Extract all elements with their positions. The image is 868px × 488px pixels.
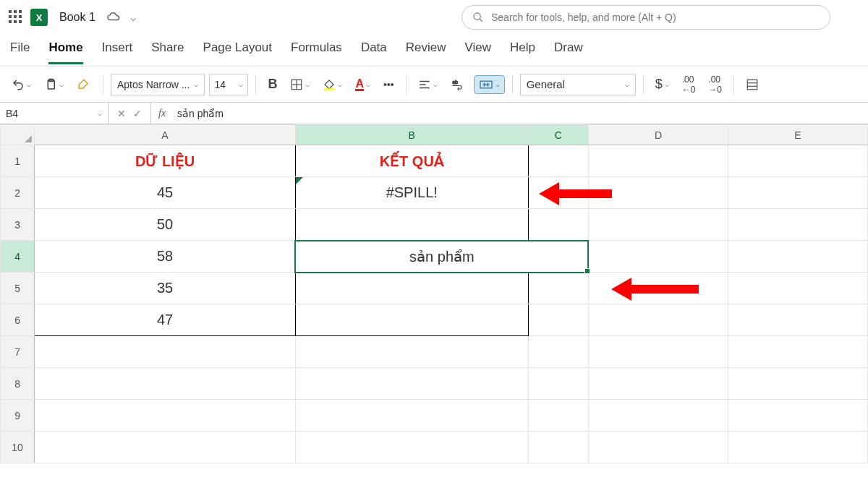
cell-a6[interactable]: 47 bbox=[35, 304, 296, 336]
cell-a1[interactable]: DỮ LIỆU bbox=[35, 145, 296, 177]
undo-button[interactable]: ⌵ bbox=[7, 75, 35, 94]
cell-b9[interactable] bbox=[295, 400, 528, 432]
more-font-icon[interactable]: ••• bbox=[379, 76, 399, 93]
row-header-4[interactable]: 4 bbox=[1, 241, 35, 273]
tab-view[interactable]: View bbox=[465, 40, 492, 62]
select-all-corner[interactable] bbox=[1, 125, 35, 145]
cell-b6[interactable] bbox=[295, 304, 528, 336]
row-header-1[interactable]: 1 bbox=[1, 145, 35, 177]
font-color-button[interactable]: A⌵ bbox=[351, 74, 375, 94]
cell-d10[interactable] bbox=[588, 432, 728, 463]
cell-a7[interactable] bbox=[35, 336, 296, 368]
cell-e6[interactable] bbox=[728, 304, 867, 336]
format-painter-button[interactable] bbox=[72, 75, 95, 94]
cloud-sync-icon[interactable] bbox=[107, 10, 120, 25]
col-header-a[interactable]: A bbox=[35, 125, 296, 145]
row-header-2[interactable]: 2 bbox=[1, 177, 35, 209]
paste-button[interactable]: ⌵ bbox=[40, 75, 68, 94]
cell-c9[interactable] bbox=[528, 400, 588, 432]
fx-icon[interactable]: fx bbox=[151, 108, 173, 119]
cell-d3[interactable] bbox=[588, 209, 728, 241]
document-title[interactable]: Book 1 bbox=[59, 11, 95, 24]
cell-e5[interactable] bbox=[728, 273, 867, 304]
tab-share[interactable]: Share bbox=[151, 40, 184, 62]
col-header-e[interactable]: E bbox=[728, 125, 867, 145]
decrease-decimal-button[interactable]: .00→0 bbox=[704, 72, 726, 98]
cancel-formula-icon[interactable]: ✕ bbox=[117, 108, 126, 119]
cell-d9[interactable] bbox=[588, 400, 728, 432]
cell-d5[interactable] bbox=[588, 273, 728, 304]
col-header-d[interactable]: D bbox=[588, 125, 728, 145]
cell-b4[interactable]: sản phẩm bbox=[295, 241, 588, 273]
spreadsheet-grid[interactable]: A B C D E 1 DỮ LIỆU KẾT QUẢ 2 45 #SPILL!… bbox=[0, 124, 868, 463]
cell-e1[interactable] bbox=[728, 145, 867, 177]
row-header-6[interactable]: 6 bbox=[1, 304, 35, 336]
tab-home[interactable]: Home bbox=[48, 40, 82, 64]
tab-formulas[interactable]: Formulas bbox=[291, 40, 342, 62]
tab-review[interactable]: Review bbox=[406, 40, 446, 62]
row-header-9[interactable]: 9 bbox=[1, 400, 35, 432]
cell-d6[interactable] bbox=[588, 304, 728, 336]
number-format-select[interactable]: General⌵ bbox=[520, 74, 636, 95]
tab-page-layout[interactable]: Page Layout bbox=[203, 40, 272, 62]
row-header-8[interactable]: 8 bbox=[1, 368, 35, 400]
name-box[interactable]: B4⌵ bbox=[0, 103, 109, 124]
enter-formula-icon[interactable]: ✓ bbox=[133, 108, 142, 119]
cell-c3[interactable] bbox=[528, 209, 588, 241]
col-header-b[interactable]: B bbox=[295, 125, 528, 145]
title-dropdown-icon[interactable]: ⌵ bbox=[130, 12, 136, 23]
cell-a2[interactable]: 45 bbox=[35, 177, 296, 209]
cell-a8[interactable] bbox=[35, 368, 296, 400]
cell-b10[interactable] bbox=[295, 432, 528, 463]
cell-e3[interactable] bbox=[728, 209, 867, 241]
font-name-select[interactable]: Aptos Narrow ...⌵ bbox=[111, 74, 205, 95]
cell-e10[interactable] bbox=[728, 432, 867, 463]
cell-b5[interactable] bbox=[295, 273, 528, 304]
formula-input[interactable]: sản phẩm bbox=[173, 108, 868, 119]
cell-d4[interactable] bbox=[588, 241, 728, 273]
cell-e9[interactable] bbox=[728, 400, 867, 432]
tab-data[interactable]: Data bbox=[361, 40, 387, 62]
row-header-5[interactable]: 5 bbox=[1, 273, 35, 304]
cell-c10[interactable] bbox=[528, 432, 588, 463]
cell-e4[interactable] bbox=[728, 241, 867, 273]
cell-c8[interactable] bbox=[528, 368, 588, 400]
app-launcher-icon[interactable] bbox=[9, 10, 23, 25]
cell-d1[interactable] bbox=[588, 145, 728, 177]
row-header-7[interactable]: 7 bbox=[1, 336, 35, 368]
cell-b2[interactable]: #SPILL! bbox=[295, 177, 528, 209]
font-size-select[interactable]: 14⌵ bbox=[209, 74, 248, 95]
row-header-10[interactable]: 10 bbox=[1, 432, 35, 463]
cell-c7[interactable] bbox=[528, 336, 588, 368]
search-input[interactable]: Search for tools, help, and more (Alt + … bbox=[461, 5, 830, 30]
tab-help[interactable]: Help bbox=[510, 40, 535, 62]
tab-draw[interactable]: Draw bbox=[554, 40, 583, 62]
cell-e2[interactable] bbox=[728, 177, 867, 209]
wrap-text-button[interactable]: ab bbox=[446, 75, 469, 94]
merge-center-button[interactable]: ⌵ bbox=[474, 75, 505, 94]
cell-e8[interactable] bbox=[728, 368, 867, 400]
cell-a10[interactable] bbox=[35, 432, 296, 463]
row-header-3[interactable]: 3 bbox=[1, 209, 35, 241]
tab-file[interactable]: File bbox=[10, 40, 30, 62]
cell-d2[interactable] bbox=[588, 177, 728, 209]
align-left-button[interactable]: ⌵ bbox=[414, 75, 442, 94]
cell-b8[interactable] bbox=[295, 368, 528, 400]
cell-b7[interactable] bbox=[295, 336, 528, 368]
cell-c5[interactable] bbox=[528, 273, 588, 304]
cell-c2[interactable] bbox=[528, 177, 588, 209]
increase-decimal-button[interactable]: .00←0 bbox=[678, 72, 700, 98]
cell-c1[interactable] bbox=[528, 145, 588, 177]
cell-d7[interactable] bbox=[588, 336, 728, 368]
cell-b1[interactable]: KẾT QUẢ bbox=[295, 145, 528, 177]
conditional-format-button[interactable] bbox=[741, 75, 763, 94]
cell-b3[interactable] bbox=[295, 209, 528, 241]
currency-button[interactable]: $⌵ bbox=[651, 74, 673, 95]
cell-c6[interactable] bbox=[528, 304, 588, 336]
cell-a9[interactable] bbox=[35, 400, 296, 432]
cell-e7[interactable] bbox=[728, 336, 867, 368]
cell-d8[interactable] bbox=[588, 368, 728, 400]
borders-button[interactable]: ⌵ bbox=[286, 75, 314, 94]
tab-insert[interactable]: Insert bbox=[102, 40, 133, 62]
cell-a3[interactable]: 50 bbox=[35, 209, 296, 241]
